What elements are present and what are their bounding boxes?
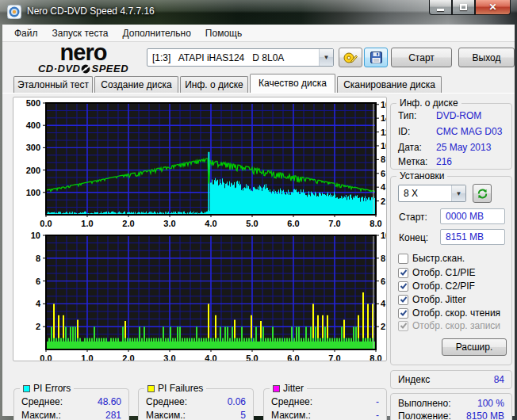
checkbox-box — [398, 254, 408, 264]
svg-text:0.0: 0.0 — [40, 353, 52, 361]
disc-date-value: 25 May 2013 — [436, 142, 504, 155]
checkbox-show-c2-pif[interactable]: Отобр. C2/PIF — [398, 281, 475, 292]
checkbox-show-jitter[interactable]: Отобр. Jitter — [398, 294, 466, 305]
svg-text:10: 10 — [381, 231, 386, 240]
svg-text:7.0: 7.0 — [328, 353, 340, 361]
svg-text:400: 400 — [26, 120, 40, 130]
chevron-down-icon[interactable]: ▼ — [319, 49, 333, 66]
menu-help[interactable]: Помощь — [198, 25, 249, 41]
svg-text:6: 6 — [381, 277, 385, 286]
window-title: Nero CD-DVD Speed 4.7.7.16 — [27, 6, 155, 17]
svg-text:5.0: 5.0 — [246, 219, 258, 228]
pi-failures-chart: 1086421086420.01.02.03.04.05.06.07.08.0 — [13, 229, 386, 361]
svg-text:8: 8 — [381, 155, 385, 164]
svg-text:200: 200 — [26, 166, 40, 175]
svg-text:6: 6 — [381, 169, 385, 178]
disc-label-value: 216 — [436, 156, 504, 169]
nero-logo-text: nero — [20, 43, 147, 63]
svg-text:5.0: 5.0 — [246, 353, 258, 361]
svg-text:2: 2 — [381, 322, 385, 331]
close-icon: ✕ — [488, 2, 496, 12]
tab-scandisc[interactable]: Сканирование диска — [337, 76, 442, 93]
refresh-button[interactable] — [473, 184, 492, 203]
save-button[interactable] — [364, 48, 388, 67]
svg-text:100: 100 — [26, 188, 40, 197]
disc-type-value: DVD-ROM — [436, 110, 504, 123]
pi-failures-color-chip — [147, 385, 155, 392]
svg-text:10: 10 — [381, 141, 386, 151]
chart-panel: 5004003002001001614121086420.01.02.03.04… — [13, 97, 387, 361]
pi-errors-color-chip — [23, 385, 30, 392]
svg-text:3.0: 3.0 — [163, 353, 175, 361]
svg-text:4.0: 4.0 — [205, 219, 216, 228]
checkbox-box — [398, 268, 408, 278]
pie-average: 48.60 — [98, 396, 121, 409]
svg-text:4: 4 — [381, 182, 386, 192]
svg-text:12: 12 — [381, 128, 386, 137]
svg-text:8.0: 8.0 — [370, 219, 381, 228]
pi-failures-legend: PI Failures Среднее:0.06 Максим.:5 Итого… — [138, 388, 254, 420]
maximize-button[interactable] — [452, 0, 475, 15]
menu-extra[interactable]: Дополнительно — [115, 25, 197, 41]
menu-run-test[interactable]: Запуск теста — [45, 25, 116, 41]
disc-quality-page: 5004003002001001614121086420.01.02.03.04… — [2, 93, 515, 416]
chevron-down-icon[interactable]: ▼ — [451, 185, 465, 201]
checkbox-show-c1-pie[interactable]: Отобр. C1/PIE — [398, 267, 476, 278]
refresh-icon — [477, 188, 488, 200]
tab-strip: Эталонный тест Создание диска Инф. о дис… — [2, 74, 515, 93]
pi-errors-chart: 5004003002001001614121086420.01.02.03.04… — [13, 97, 386, 229]
svg-text:500: 500 — [26, 98, 40, 108]
menu-file[interactable]: Файл — [7, 25, 45, 41]
minimize-icon — [437, 9, 444, 11]
pie-maximum: 281 — [105, 410, 121, 420]
checkbox-show-write-speed[interactable]: Отобр. скор. записи — [398, 320, 500, 331]
progress-percent: 100 % — [477, 398, 504, 410]
disc-info-title: Инф. о диске — [396, 97, 461, 109]
caption-buttons: ✕ — [429, 0, 511, 15]
disc-id-value: CMC MAG D03 — [436, 126, 504, 139]
svg-text:8: 8 — [381, 254, 385, 263]
svg-text:2.0: 2.0 — [122, 219, 134, 228]
checkbox-fast-scan[interactable]: Быстр.скан. — [398, 253, 465, 264]
exit-button[interactable]: Выход — [458, 48, 515, 67]
svg-text:6: 6 — [36, 277, 40, 286]
start-pos-field[interactable]: 0000 MB — [440, 208, 505, 224]
svg-text:14: 14 — [381, 113, 386, 123]
drive-select[interactable]: [1:3] ATAPI iHAS124 D 8L0A ▼ — [147, 48, 334, 67]
svg-text:1.0: 1.0 — [81, 353, 93, 361]
advanced-button[interactable]: Расшир. — [442, 338, 507, 356]
drive-select-value: [1:3] ATAPI iHAS124 D 8L0A — [147, 52, 319, 63]
pi-errors-legend-title: PI Errors — [33, 383, 71, 394]
checkbox-show-read-speed[interactable]: Отобр. скор. чтения — [398, 307, 500, 319]
settings-group: Установки 8 X ▼ Старт: 0000 MB Конец: — [390, 176, 512, 365]
burn-settings-button[interactable] — [339, 48, 362, 67]
tab-create-disc[interactable]: Создание диска — [94, 76, 178, 93]
pi-errors-legend: PI Errors Среднее:48.60 Максим.:281 Итог… — [13, 388, 129, 420]
title-bar[interactable]: Nero CD-DVD Speed 4.7.7.16 ✕ — [0, 0, 517, 25]
svg-text:3.0: 3.0 — [163, 219, 175, 228]
checkbox-box — [398, 321, 408, 331]
progress-position: 8150 MB — [466, 410, 504, 420]
svg-text:2: 2 — [36, 322, 40, 331]
svg-text:7.0: 7.0 — [328, 219, 340, 228]
jitter-average: - — [376, 396, 379, 409]
svg-text:2.0: 2.0 — [122, 353, 134, 361]
svg-text:10: 10 — [31, 231, 40, 240]
end-pos-field[interactable]: 8151 MB — [440, 229, 505, 245]
pif-average: 0.06 — [228, 396, 246, 409]
tab-benchmark[interactable]: Эталонный тест — [13, 76, 93, 93]
end-pos-label: Конец: — [399, 232, 428, 243]
checkbox-box — [398, 295, 408, 305]
tab-disc-info[interactable]: Инф. о диске — [180, 76, 248, 93]
disc-slash-icon — [81, 64, 90, 74]
start-button[interactable]: Старт — [391, 48, 452, 67]
svg-text:8.0: 8.0 — [370, 353, 381, 361]
pif-maximum: 5 — [240, 410, 246, 420]
minimize-button[interactable] — [429, 0, 452, 15]
nero-logo: nero CD·DVD SPEED — [20, 43, 147, 74]
index-value: 84 — [494, 374, 504, 387]
close-button[interactable]: ✕ — [475, 0, 511, 15]
speed-select[interactable]: 8 X ▼ — [398, 185, 466, 202]
jitter-maximum: - — [376, 410, 379, 420]
tab-disc-quality[interactable]: Качество диска — [250, 74, 335, 93]
